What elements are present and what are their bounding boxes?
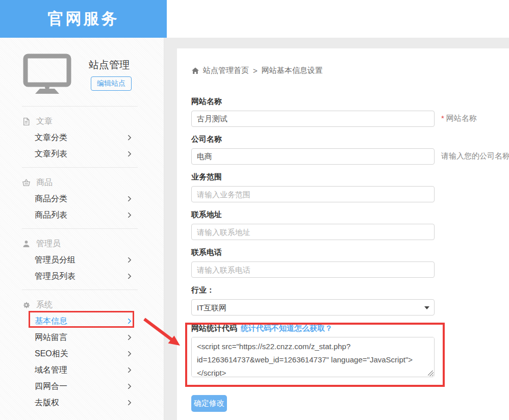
section-header-admin: 管理员	[22, 235, 138, 252]
site-name-input[interactable]	[191, 111, 435, 127]
breadcrumb-separator: >	[253, 66, 258, 75]
sidebar-item-seo[interactable]: SEO相关	[22, 346, 138, 362]
hint-text: 网站名称	[446, 114, 477, 122]
item-label: 商品列表	[35, 210, 67, 221]
gear-icon	[22, 301, 31, 309]
sidebar-item-goods-list[interactable]: 商品列表	[22, 207, 138, 223]
sidebar-item-domain[interactable]: 域名管理	[22, 362, 138, 378]
site-head: 站点管理 编辑站点	[0, 38, 164, 106]
chevron-right-icon	[125, 400, 131, 405]
section-label: 系统	[36, 300, 53, 310]
section-label: 商品	[36, 177, 53, 188]
item-label: 商品分类	[35, 194, 67, 204]
chevron-right-icon	[125, 151, 131, 156]
field-label: 联系地址	[191, 210, 446, 220]
sidebar-item-admin-list[interactable]: 管理员列表	[22, 268, 138, 284]
field-business-scope: 业务范围	[191, 172, 446, 202]
chevron-right-icon	[125, 196, 131, 201]
section-header-system: 系统	[22, 297, 138, 313]
sidebar-item-admin-group[interactable]: 管理员分组	[22, 252, 138, 268]
sidebar-item-site-message[interactable]: 网站留言	[22, 329, 138, 346]
edit-site-button[interactable]: 编辑站点	[91, 76, 132, 91]
menu-section-goods: 商品 商品分类 商品列表	[22, 167, 138, 228]
monitor-icon	[23, 54, 71, 96]
field-label: 业务范围	[191, 172, 446, 182]
section-header-article: 文章	[22, 113, 138, 129]
item-label: 网站留言	[35, 332, 67, 343]
sidebar-item-article-category[interactable]: 文章分类	[22, 129, 138, 146]
item-label: 管理员分组	[35, 255, 75, 266]
admin-icon	[22, 240, 31, 248]
chevron-right-icon	[125, 257, 131, 262]
site-info-form: 网站名称 *网站名称 公司名称 请输入您的公司名称 业务范围 联系地址 联系电话…	[191, 97, 446, 412]
article-icon	[22, 117, 31, 126]
sidebar-menu: 文章 文章分类 文章列表 商品	[22, 106, 138, 416]
sidebar-item-four-in-one[interactable]: 四网合一	[22, 378, 138, 395]
chevron-right-icon	[125, 383, 131, 389]
field-label: 网站统计代码	[191, 324, 237, 333]
item-label: SEO相关	[35, 349, 68, 359]
sidebar-item-basic-info[interactable]: 基本信息	[22, 313, 138, 329]
section-label: 文章	[36, 116, 53, 127]
sidebar-item-article-list[interactable]: 文章列表	[22, 146, 138, 162]
required-asterisk: *	[441, 114, 444, 122]
stats-code-wrap: <script src="https://s22.cnzz.com/z_stat…	[191, 337, 435, 377]
chevron-right-icon	[125, 351, 131, 356]
section-label: 管理员	[36, 239, 61, 249]
chevron-right-icon	[125, 318, 131, 324]
menu-section-article: 文章 文章分类 文章列表	[22, 106, 138, 167]
field-stats-code: 网站统计代码 统计代码不知道怎么获取？ <script src="https:/…	[191, 323, 446, 377]
chevron-right-icon	[125, 367, 131, 373]
breadcrumb-home-link[interactable]: 站点管理首页	[203, 66, 249, 75]
field-hint: *网站名称	[441, 114, 477, 123]
stats-label-row: 网站统计代码 统计代码不知道怎么获取？	[191, 323, 446, 333]
item-label: 文章列表	[35, 149, 67, 160]
chevron-right-icon	[125, 273, 131, 279]
field-contact-phone: 联系电话	[191, 248, 446, 278]
item-label: 文章分类	[35, 133, 67, 143]
business-scope-input[interactable]	[191, 186, 435, 202]
app-title: 官网服务	[48, 8, 119, 30]
item-label: 管理员列表	[35, 271, 75, 282]
section-header-goods: 商品	[22, 174, 138, 191]
field-label: 网站名称	[191, 97, 446, 107]
field-company-name: 公司名称 请输入您的公司名称	[191, 135, 446, 165]
app-header: 官网服务	[0, 0, 167, 38]
sidebar-item-goods-category[interactable]: 商品分类	[22, 191, 138, 207]
sidebar: 站点管理 编辑站点 文章 文章分类 文章列表	[0, 38, 164, 420]
chevron-right-icon	[125, 135, 131, 140]
contact-address-input[interactable]	[191, 224, 435, 240]
item-label: 四网合一	[35, 381, 67, 392]
menu-section-system: 系统 基本信息 网站留言 SEO相关 域名管理 四网合一	[22, 290, 138, 416]
breadcrumb-current: 网站基本信息设置	[262, 66, 323, 75]
item-label: 域名管理	[35, 365, 67, 376]
field-site-name: 网站名称 *网站名称	[191, 97, 446, 127]
site-title: 站点管理	[89, 58, 130, 72]
field-label: 行业：	[191, 285, 446, 296]
breadcrumb: 站点管理首页 > 网站基本信息设置	[191, 66, 323, 75]
company-name-input[interactable]	[191, 148, 435, 165]
industry-select-wrap: IT互联网	[191, 299, 435, 316]
submit-button[interactable]: 确定修改	[191, 395, 227, 412]
menu-section-admin: 管理员 管理员分组 管理员列表	[22, 228, 138, 290]
basket-icon	[22, 178, 31, 187]
home-icon	[191, 67, 199, 75]
item-label: 去版权	[35, 398, 59, 408]
stats-help-link[interactable]: 统计代码不知道怎么获取？	[241, 324, 333, 333]
stats-code-textarea[interactable]: <script src="https://s22.cnzz.com/z_stat…	[191, 337, 435, 377]
industry-select[interactable]: IT互联网	[191, 299, 435, 316]
field-industry: 行业： IT互联网	[191, 285, 446, 316]
chevron-right-icon	[125, 212, 131, 218]
field-label: 公司名称	[191, 135, 446, 145]
field-hint: 请输入您的公司名称	[441, 151, 509, 161]
sidebar-item-remove-copyright[interactable]: 去版权	[22, 395, 138, 411]
item-label: 基本信息	[35, 316, 67, 327]
chevron-right-icon	[125, 334, 131, 340]
field-contact-address: 联系地址	[191, 210, 446, 240]
contact-phone-input[interactable]	[191, 261, 435, 278]
field-label: 联系电话	[191, 248, 446, 258]
